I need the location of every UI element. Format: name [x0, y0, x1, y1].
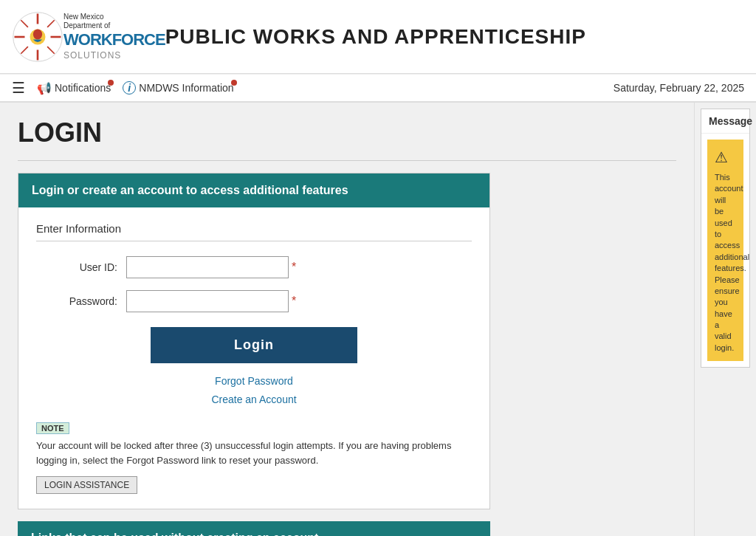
title-divider	[18, 160, 676, 161]
password-label: Password:	[36, 295, 117, 307]
password-input[interactable]	[126, 290, 289, 312]
navbar: ☰ 📢 Notifications i NMDWS Information Sa…	[0, 74, 756, 103]
login-box-body: Enter Information User ID: * Password: *…	[18, 207, 489, 509]
password-required: *	[292, 295, 296, 308]
info-label: NMDWS Information	[139, 82, 233, 94]
message-panel: Message ⚠ This account will be used to a…	[701, 109, 750, 368]
notifications-dot	[108, 80, 114, 86]
user-id-label: User ID:	[36, 261, 117, 273]
note-badge: NOTE	[36, 422, 69, 434]
login-button[interactable]: Login	[151, 327, 357, 363]
org-sub: SOLUTIONS	[63, 50, 165, 61]
date-display: Saturday, February 22, 2025	[614, 82, 744, 94]
password-row: Password: *	[36, 290, 472, 312]
logo-icon	[12, 11, 63, 63]
warning-box: ⚠ This account will be used to access ad…	[707, 140, 743, 361]
hamburger-icon[interactable]: ☰	[12, 79, 25, 97]
header: New Mexico Department of WORKFORCE SOLUT…	[0, 0, 756, 74]
org-line1: New Mexico	[63, 13, 165, 21]
info-icon: i	[123, 81, 136, 95]
notifications-nav-item[interactable]: 📢 Notifications	[37, 81, 111, 95]
login-assistance-button[interactable]: LOGIN ASSISTANCE	[36, 476, 137, 494]
org-name: WORKFORCE	[63, 30, 165, 49]
user-id-required: *	[292, 261, 296, 274]
forgot-password-link[interactable]: Forgot Password	[36, 372, 472, 391]
logo-area: New Mexico Department of WORKFORCE SOLUT…	[12, 11, 165, 63]
info-nav-item[interactable]: i NMDWS Information	[123, 81, 233, 95]
org-name-block: New Mexico Department of WORKFORCE SOLUT…	[63, 13, 165, 61]
user-id-row: User ID: *	[36, 256, 472, 278]
sidebar: Message ⚠ This account will be used to a…	[694, 103, 756, 536]
main-wrapper: LOGIN Login or create an account to acce…	[0, 103, 756, 536]
page-title: LOGIN	[18, 117, 676, 148]
login-box-header: Login or create an account to access add…	[18, 173, 489, 207]
svg-point-10	[33, 29, 42, 39]
warning-icon: ⚠	[715, 147, 736, 168]
links-section-header: Links that can be used without creating …	[18, 521, 490, 536]
enter-info-label: Enter Information	[36, 222, 472, 235]
create-account-link[interactable]: Create an Account	[36, 391, 472, 409]
message-panel-header: Message	[701, 109, 749, 134]
svg-line-8	[21, 47, 28, 54]
links-row: Forgot Password Create an Account	[36, 372, 472, 409]
info-dot	[231, 80, 237, 86]
notifications-label: Notifications	[55, 82, 111, 94]
content-area: LOGIN Login or create an account to acce…	[0, 103, 694, 536]
user-id-input[interactable]	[126, 256, 289, 278]
note-section: NOTE Your account will be locked after t…	[36, 421, 472, 494]
login-box: Login or create an account to access add…	[18, 173, 490, 509]
svg-line-6	[47, 47, 55, 54]
page-header-title: PUBLIC WORKS AND APPRENTICESHIP	[165, 25, 744, 49]
org-line2: Department of	[63, 21, 165, 30]
login-btn-row: Login	[36, 327, 472, 363]
warning-text: This account will be used to access addi…	[715, 172, 736, 354]
megaphone-icon: 📢	[37, 81, 52, 95]
svg-line-5	[21, 20, 28, 27]
enter-info-divider	[36, 241, 472, 241]
svg-line-7	[47, 20, 55, 27]
note-text: Your account will be locked after three …	[36, 439, 472, 467]
